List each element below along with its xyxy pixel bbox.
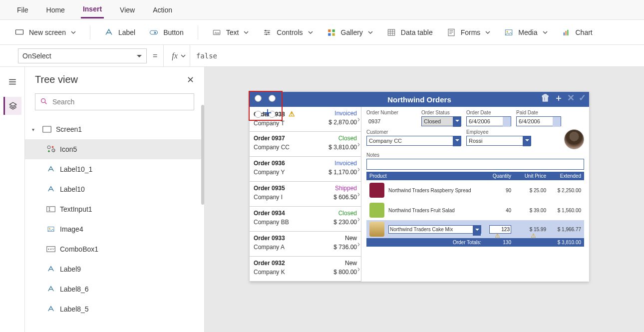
svg-point-18 xyxy=(41,99,45,103)
tree-item-label: Label9 xyxy=(60,265,81,273)
new-screen-button[interactable]: New screen xyxy=(15,28,76,37)
product-row[interactable]: Northwind Traders Fruit Salad40$ 39.00$ … xyxy=(366,200,584,220)
tree-item-screen[interactable]: ▾ Screen1 xyxy=(25,119,204,139)
product-select[interactable]: Northwind Traders Cake Mix xyxy=(388,225,481,234)
svg-rect-0 xyxy=(16,29,23,34)
gallery-button[interactable]: Gallery xyxy=(327,28,373,37)
menu-home[interactable]: Home xyxy=(44,2,67,18)
chevron-right-icon: › xyxy=(357,140,360,149)
text-button[interactable]: Abc Text xyxy=(212,28,249,37)
svg-point-23 xyxy=(49,228,50,229)
order-item[interactable]: Order 0936Company Y Invoiced$ 1,170.00 › xyxy=(250,157,361,182)
check-icon[interactable]: ✓ xyxy=(579,93,586,102)
chart-button[interactable]: Chart xyxy=(562,28,593,37)
fx-button[interactable]: fx xyxy=(163,45,190,66)
tree-item-label: Image4 xyxy=(60,225,83,233)
label-icon xyxy=(104,28,113,37)
field-label: Notes xyxy=(366,152,584,158)
tree-item-label: ComboBox1 xyxy=(60,245,98,253)
order-status-select[interactable]: Closed xyxy=(421,116,461,126)
formula-bar: OnSelect = fx false xyxy=(0,45,644,67)
chevron-down-icon xyxy=(244,30,249,35)
equals-sign: = xyxy=(153,51,157,60)
tree-item[interactable]: TextInput1 xyxy=(25,199,204,219)
svg-rect-11 xyxy=(388,29,395,35)
image-icon xyxy=(46,224,56,234)
customer-select[interactable]: Company CC xyxy=(366,136,461,146)
tree-item[interactable]: ComboBox1 xyxy=(25,239,204,259)
label-button[interactable]: Label xyxy=(104,28,135,37)
svg-rect-21 xyxy=(47,207,55,212)
forms-button[interactable]: Forms xyxy=(447,28,491,37)
label-icon xyxy=(46,164,56,174)
order-item[interactable]: Order 0932Company K New$ 800.00 › xyxy=(250,257,361,282)
totals-row: Order Totals: 130 $ 3,810.00 xyxy=(366,238,584,247)
product-edit-row[interactable]: Northwind Traders Cake Mix ⚠ $ 15.99 ⚠ $… xyxy=(366,220,584,238)
tree-item[interactable]: Label10 xyxy=(25,179,204,199)
controls-button[interactable]: Controls xyxy=(263,28,313,37)
formula-input[interactable]: false xyxy=(190,45,644,66)
button-button[interactable]: Button xyxy=(149,28,183,37)
menu-view[interactable]: View xyxy=(118,2,137,18)
field-label: Order Status xyxy=(421,110,461,115)
svg-point-14 xyxy=(507,31,508,32)
tree-item-icon5[interactable]: Icon5 xyxy=(25,139,204,159)
scrollbar-thumb[interactable] xyxy=(201,105,204,205)
media-button[interactable]: Media xyxy=(504,28,547,37)
tree-item[interactable]: Label9 xyxy=(25,259,204,279)
employee-select[interactable]: Rossi xyxy=(466,136,531,146)
forms-icon xyxy=(447,28,456,37)
layers-icon[interactable] xyxy=(3,97,21,115)
chevron-right-icon: › xyxy=(357,240,360,249)
tree-item[interactable]: Label8_6 xyxy=(25,279,204,299)
hamburger-icon[interactable] xyxy=(3,73,21,91)
close-icon[interactable]: ✕ xyxy=(187,74,194,85)
ribbon-chart-label: Chart xyxy=(576,28,593,36)
employee-avatar xyxy=(564,129,584,149)
chart-icon xyxy=(562,28,571,37)
field-label: Order Number xyxy=(366,110,416,115)
screen-icon xyxy=(15,28,24,37)
order-item[interactable]: Order 0934Company BB Closed$ 230.00 › xyxy=(250,207,361,232)
tree-item-label: Icon5 xyxy=(60,145,77,153)
qty-input[interactable] xyxy=(489,225,511,234)
cancel-icon[interactable]: ✕ xyxy=(567,93,575,102)
product-row[interactable]: Northwind Traders Raspberry Spread90$ 25… xyxy=(366,180,584,200)
plus-icon[interactable]: ＋ xyxy=(554,93,563,102)
field-label: Employee xyxy=(466,129,531,135)
order-list[interactable]: Order 0938 ⚠Company T Invoiced$ 2,870.00… xyxy=(250,107,361,282)
menu-insert[interactable]: Insert xyxy=(81,1,104,18)
label-icon xyxy=(46,304,56,314)
button-icon xyxy=(149,28,158,37)
ribbon-data-table-label: Data table xyxy=(401,28,433,36)
expand-icon[interactable]: ▾ xyxy=(32,127,38,132)
menu-action[interactable]: Action xyxy=(151,2,174,18)
chevron-right-icon: › xyxy=(357,190,360,199)
chevron-right-icon: › xyxy=(357,265,360,274)
warning-icon: ⚠ xyxy=(495,232,500,239)
order-item[interactable]: Order 0937Company CC Closed$ 3,810.00 › xyxy=(250,132,361,157)
order-item[interactable]: Order 0935Company I Shipped$ 606.50 › xyxy=(250,182,361,207)
tree-item[interactable]: Label10_1 xyxy=(25,159,204,179)
notes-input[interactable] xyxy=(366,159,584,170)
label-icon xyxy=(46,184,56,194)
trash-icon[interactable]: 🗑 xyxy=(541,93,550,102)
chevron-down-icon xyxy=(485,30,490,35)
tree-view: ▾ Screen1 Icon5 Label10_1 Label10 TextIn… xyxy=(25,117,204,332)
tree-item[interactable]: Image4 xyxy=(25,219,204,239)
menu-file[interactable]: File xyxy=(15,2,30,18)
combobox-icon xyxy=(46,244,56,254)
tree-item-label: Label10_1 xyxy=(60,165,92,173)
search-input[interactable] xyxy=(35,93,194,110)
tree-item-label: Screen1 xyxy=(56,125,82,133)
tree-item[interactable]: Label8_5 xyxy=(25,299,204,319)
app-title: Northwind Orders xyxy=(387,95,451,104)
tree-item-label: Label8_5 xyxy=(60,305,89,313)
data-table-button[interactable]: Data table xyxy=(387,28,433,37)
property-selector[interactable]: OnSelect xyxy=(18,48,147,63)
order-item[interactable]: Order 0933Company A New$ 736.00 › xyxy=(250,232,361,257)
paid-date-picker[interactable]: 6/4/2006 xyxy=(516,116,561,126)
order-date-picker[interactable]: 6/4/2006 xyxy=(466,116,511,126)
canvas[interactable]: ＋ Northwind Orders 🗑 ＋ ✕ ✓ Order 0938 ⚠C… xyxy=(205,67,644,332)
app-preview: ＋ Northwind Orders 🗑 ＋ ✕ ✓ Order 0938 ⚠C… xyxy=(250,92,589,282)
